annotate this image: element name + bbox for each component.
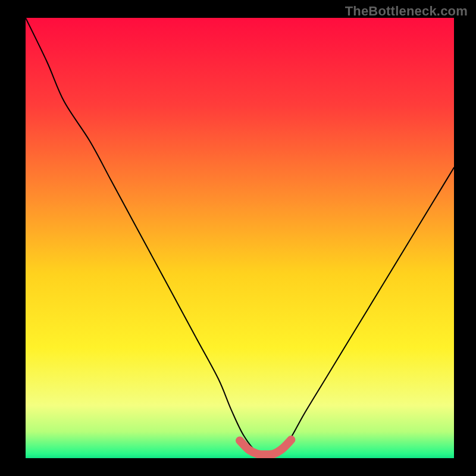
plot-area xyxy=(26,18,454,458)
gradient-background xyxy=(26,18,454,458)
chart-frame: TheBottleneck.com xyxy=(0,0,476,476)
bottleneck-chart xyxy=(26,18,454,458)
watermark-text: TheBottleneck.com xyxy=(345,4,468,19)
